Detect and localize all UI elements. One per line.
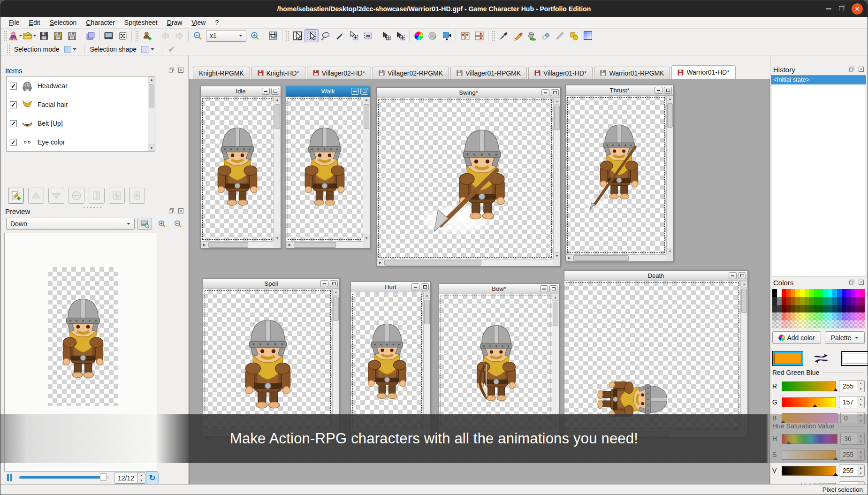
v-spinbox[interactable]: 255▲▼ — [839, 465, 865, 477]
scrollbar-thumb[interactable] — [667, 103, 673, 128]
animation-canvas[interactable] — [564, 281, 740, 430]
move-up-button[interactable] — [28, 188, 44, 204]
move-selection-button[interactable] — [347, 29, 361, 42]
paste-image-button[interactable] — [83, 29, 97, 42]
scroll-up-icon[interactable]: ▲ — [552, 294, 559, 301]
palette-color[interactable] — [837, 289, 842, 297]
r-slider[interactable] — [782, 381, 836, 391]
slider-marker[interactable] — [833, 386, 838, 391]
palette-color[interactable] — [846, 305, 851, 313]
animation-canvas[interactable] — [201, 97, 274, 241]
palette-color[interactable] — [842, 312, 846, 320]
palette-color[interactable] — [823, 289, 828, 297]
palette-color[interactable] — [851, 320, 855, 328]
palette-color[interactable] — [809, 305, 814, 313]
resize-grip[interactable] — [363, 241, 370, 248]
scrollbar-thumb[interactable] — [208, 242, 248, 248]
palette-color[interactable] — [860, 320, 865, 328]
palette-color[interactable] — [860, 289, 865, 297]
gradient-tool-button[interactable] — [581, 29, 595, 42]
palette-color[interactable] — [823, 305, 828, 313]
menu-spritesheet[interactable]: Spritesheet — [120, 18, 162, 27]
palette-color[interactable] — [814, 312, 819, 320]
save-as-button[interactable] — [51, 29, 65, 42]
palette-color[interactable] — [791, 320, 795, 328]
palette-color[interactable] — [777, 305, 782, 313]
direction-select[interactable]: Down — [6, 218, 135, 230]
items-scrollbar[interactable]: ▲ ▼ — [148, 76, 155, 151]
palette-color[interactable] — [782, 305, 786, 313]
scroll-down-icon[interactable]: ▼ — [554, 252, 560, 259]
history-entry[interactable]: <Initial state> — [771, 76, 866, 84]
spin-arrows[interactable]: ▲▼ — [138, 472, 145, 484]
palette-color[interactable] — [832, 305, 837, 313]
maximize-button[interactable] — [738, 272, 746, 279]
palette-color[interactable] — [851, 312, 855, 320]
scroll-up-icon[interactable]: ▲ — [148, 76, 155, 83]
spin-down-icon[interactable]: ▼ — [857, 471, 864, 476]
pause-button[interactable] — [7, 474, 12, 481]
maximize-button[interactable] — [360, 88, 368, 95]
palette-color[interactable] — [837, 312, 842, 320]
palette-color[interactable] — [846, 297, 851, 305]
palette-color[interactable] — [777, 312, 782, 320]
mdi-window-titlebar[interactable]: Hurt — [351, 282, 430, 292]
mdi-window-walk[interactable]: Walk▲▼◀▶ — [286, 86, 370, 249]
scroll-down-icon[interactable]: ▼ — [667, 248, 673, 254]
menu-file[interactable]: File — [4, 18, 24, 27]
dock-splitter-handle[interactable] — [83, 206, 103, 209]
mdi-window-death[interactable]: Death▲▼◀▶ — [564, 270, 748, 438]
float-panel-button[interactable] — [848, 66, 855, 73]
scroll-up-icon[interactable]: ▲ — [274, 97, 281, 103]
maximize-button[interactable] — [330, 280, 338, 287]
mdi-window-thrust[interactable]: Thrust*▲▼◀▶ — [565, 85, 674, 262]
item-row-eye-color[interactable]: ✓Eye color — [7, 133, 155, 152]
palette-color[interactable] — [814, 289, 819, 297]
resize-canvas-button[interactable] — [440, 29, 454, 42]
mdi-window-idle[interactable]: Idle▲▼◀▶ — [200, 86, 281, 249]
palette-color[interactable] — [800, 312, 805, 320]
palette-color[interactable] — [855, 289, 860, 297]
vertical-scrollbar[interactable]: ▲▼ — [423, 292, 430, 429]
paint-bucket-button[interactable] — [525, 29, 539, 42]
vertical-scrollbar[interactable]: ▲▼ — [553, 98, 560, 259]
mdi-window-hurt[interactable]: Hurt▲▼◀▶ — [350, 282, 431, 436]
minimize-button[interactable] — [320, 280, 328, 287]
palette-color[interactable] — [782, 297, 786, 305]
palette-color[interactable] — [805, 297, 809, 305]
float-panel-button[interactable] — [168, 207, 175, 214]
palette-color[interactable] — [823, 297, 828, 305]
minimize-button[interactable] — [729, 272, 737, 279]
tab-warrior01-rpgmk[interactable]: Warrior01-RPGMK — [594, 67, 670, 79]
slider-marker[interactable] — [833, 471, 838, 476]
item-checkbox[interactable]: ✓ — [10, 83, 17, 90]
scroll-up-icon[interactable]: ▲ — [741, 281, 747, 288]
select-pointer-box-button[interactable] — [290, 29, 305, 42]
maximize-button[interactable] — [549, 285, 557, 292]
palette-color[interactable] — [795, 320, 800, 328]
music-note-button[interactable]: ♪ — [426, 29, 440, 42]
scroll-down-icon[interactable]: ▼ — [363, 235, 370, 241]
close-panel-button[interactable] — [857, 66, 865, 73]
selection-mode-button[interactable] — [62, 45, 78, 53]
animation-canvas[interactable] — [286, 97, 363, 241]
import-image-button[interactable] — [101, 29, 115, 42]
palette-color[interactable] — [786, 305, 791, 313]
scroll-up-icon[interactable]: ▲ — [667, 96, 673, 102]
palette-color[interactable] — [782, 320, 786, 328]
palette-color[interactable] — [777, 320, 782, 328]
palette-color[interactable] — [772, 312, 777, 320]
pencil-button[interactable] — [510, 29, 525, 42]
add-item-button[interactable] — [8, 188, 24, 204]
dice-random-button[interactable] — [115, 29, 129, 42]
scroll-up-icon[interactable]: ▲ — [424, 292, 430, 299]
zoom-in-button[interactable] — [248, 29, 262, 42]
scrollbar-thumb[interactable] — [384, 260, 481, 266]
palette-color[interactable] — [795, 289, 800, 297]
export-item-button[interactable] — [129, 188, 145, 204]
palette-color[interactable] — [800, 320, 805, 328]
frame-spinbox[interactable]: 12/12 ▲▼ — [114, 472, 145, 484]
tab-knight-rpgmk[interactable]: Knight-RPGMK — [193, 67, 250, 79]
palette-color[interactable] — [772, 320, 777, 328]
scrollbar-thumb[interactable] — [741, 289, 747, 313]
